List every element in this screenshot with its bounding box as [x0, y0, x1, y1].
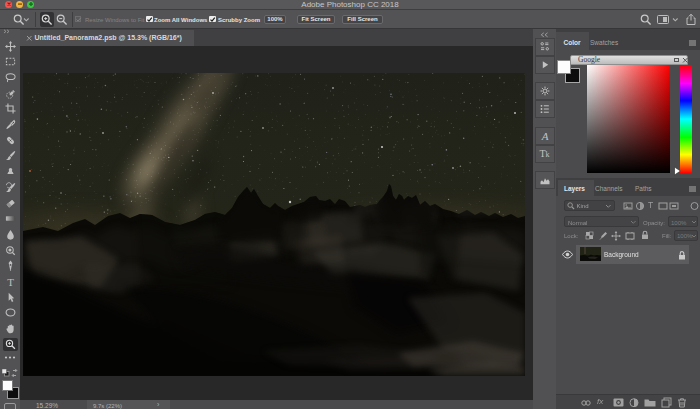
svg-text:k: k [545, 150, 549, 159]
svg-text:T: T [7, 276, 14, 287]
svg-text:A: A [540, 130, 548, 142]
